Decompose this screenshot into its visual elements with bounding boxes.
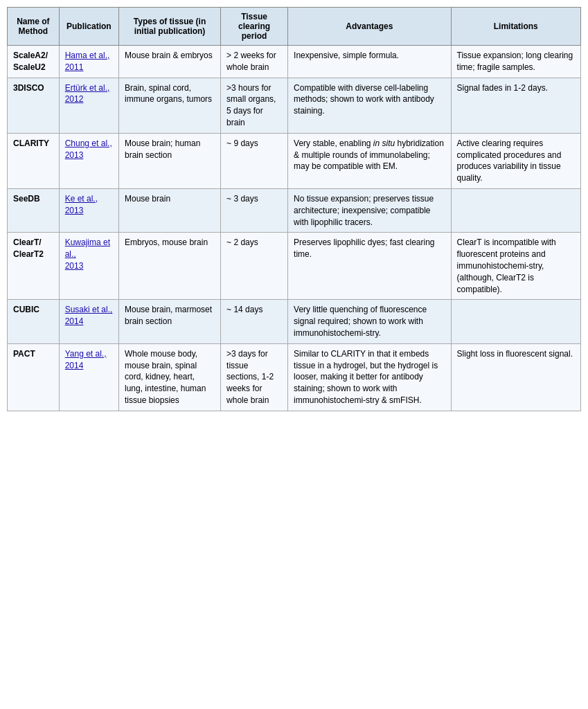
cell-clearing-period: >3 days for tissue sections, 1-2 weeks f… bbox=[221, 343, 288, 411]
cell-clearing-period: ~ 2 days bbox=[221, 233, 288, 300]
cell-publication[interactable]: Chung et al., 2013 bbox=[59, 133, 118, 188]
table-row: CUBICSusaki et al., 2014Mouse brain, mar… bbox=[8, 300, 581, 343]
cell-clearing-period: ~ 3 days bbox=[221, 188, 288, 232]
cell-advantages: Very stable, enabling in situ hybridizat… bbox=[288, 133, 452, 188]
cell-advantages: Similar to CLARITY in that it embeds tis… bbox=[288, 343, 452, 411]
table-row: ScaleA2/ScaleU2Hama et al., 2011Mouse br… bbox=[8, 46, 581, 78]
cell-limitations: Active clearing requires complicated pro… bbox=[451, 133, 580, 188]
table-row: 3DISCOErtürk et al., 2012Brain, spinal c… bbox=[8, 78, 581, 133]
cell-publication[interactable]: Ertürk et al., 2012 bbox=[59, 78, 118, 133]
cell-method: 3DISCO bbox=[8, 78, 60, 133]
header-publication: Publication bbox=[59, 8, 118, 46]
cell-method: CLARITY bbox=[8, 133, 60, 188]
cell-publication[interactable]: Kuwajima et al.,2013 bbox=[59, 233, 118, 300]
header-tissue: Types of tissue (in initial publication) bbox=[119, 8, 221, 46]
cell-clearing-period: >3 hours for small organs, 5 days for br… bbox=[221, 78, 288, 133]
cell-tissue: Mouse brain bbox=[119, 188, 221, 232]
table-row: PACTYang et al., 2014Whole mouse body, m… bbox=[8, 343, 581, 411]
cell-publication[interactable]: Susaki et al., 2014 bbox=[59, 300, 118, 343]
cell-publication[interactable]: Yang et al., 2014 bbox=[59, 343, 118, 411]
cell-tissue: Embryos, mouse brain bbox=[119, 233, 221, 300]
cell-method: CUBIC bbox=[8, 300, 60, 343]
cell-limitations: Tissue expansion; long clearing time; fr… bbox=[451, 46, 580, 78]
cell-limitations: Signal fades in 1-2 days. bbox=[451, 78, 580, 133]
header-clearing: Tissue clearing period bbox=[221, 8, 288, 46]
cell-tissue: Mouse brain, marmoset brain section bbox=[119, 300, 221, 343]
header-advantages: Advantages bbox=[288, 8, 452, 46]
cell-method: SeeDB bbox=[8, 188, 60, 232]
cell-method: ScaleA2/ScaleU2 bbox=[8, 46, 60, 78]
cell-method: ClearT/ClearT2 bbox=[8, 233, 60, 300]
table-row: SeeDBKe et al., 2013Mouse brain~ 3 daysN… bbox=[8, 188, 581, 232]
cell-advantages: Inexpensive, simple formula. bbox=[288, 46, 452, 78]
comparison-table: Name of Method Publication Types of tiss… bbox=[7, 7, 581, 411]
cell-limitations: Slight loss in fluorescent signal. bbox=[451, 343, 580, 411]
cell-clearing-period: > 2 weeks for whole brain bbox=[221, 46, 288, 78]
cell-clearing-period: ~ 14 days bbox=[221, 300, 288, 343]
cell-tissue: Whole mouse body, mouse brain, spinal co… bbox=[119, 343, 221, 411]
cell-advantages: Compatible with diverse cell-labeling me… bbox=[288, 78, 452, 133]
cell-limitations bbox=[451, 300, 580, 343]
cell-tissue: Brain, spinal cord, immune organs, tumor… bbox=[119, 78, 221, 133]
cell-advantages: Preserves lipophilic dyes; fast clearing… bbox=[288, 233, 452, 300]
cell-clearing-period: ~ 9 days bbox=[221, 133, 288, 188]
cell-limitations bbox=[451, 188, 580, 232]
cell-publication[interactable]: Ke et al., 2013 bbox=[59, 188, 118, 232]
cell-tissue: Mouse brain; human brain section bbox=[119, 133, 221, 188]
cell-tissue: Mouse brain & embryos bbox=[119, 46, 221, 78]
cell-method: PACT bbox=[8, 343, 60, 411]
table-row: ClearT/ClearT2Kuwajima et al.,2013Embryo… bbox=[8, 233, 581, 300]
header-limitations: Limitations bbox=[451, 8, 580, 46]
cell-limitations: ClearT is incompatible with fluorescent … bbox=[451, 233, 580, 300]
header-method: Name of Method bbox=[8, 8, 60, 46]
cell-advantages: Very little quenching of fluorescence si… bbox=[288, 300, 452, 343]
cell-publication[interactable]: Hama et al., 2011 bbox=[59, 46, 118, 78]
cell-advantages: No tissue expansion; preserves tissue ar… bbox=[288, 188, 452, 232]
table-row: CLARITYChung et al., 2013Mouse brain; hu… bbox=[8, 133, 581, 188]
